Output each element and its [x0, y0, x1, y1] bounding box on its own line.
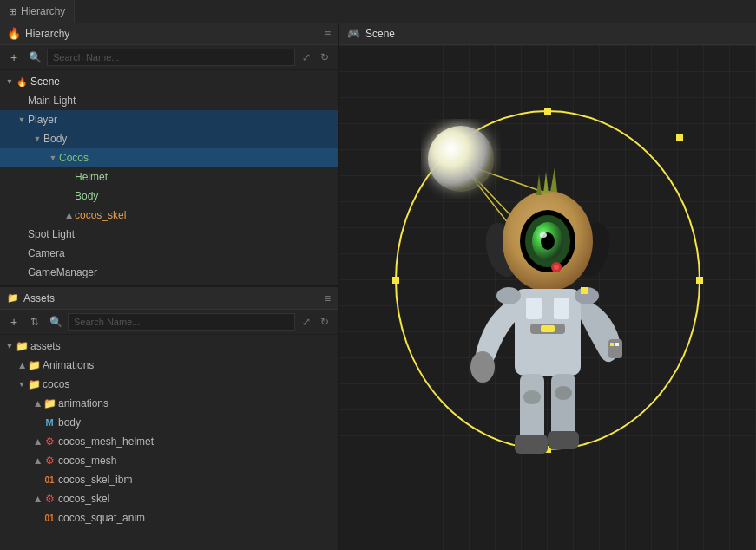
assets-tree: ▼ 📁 assets ▶ 📁 Animations ▼ 📁 cocos [0, 335, 338, 550]
spike2 [550, 167, 557, 192]
assets-search-input[interactable] [68, 313, 295, 331]
cocos-folder-icon: 📁 [28, 378, 40, 390]
cocos-squat-anim-label: cocos_squat_anim [58, 512, 145, 524]
hierarchy-section: 🔥 Hierarchy ≡ + 🔍 ⤢ ↻ ▼ 🔥 [0, 23, 338, 287]
light-orb [428, 126, 494, 192]
assets-search-button[interactable]: 🔍 [47, 313, 64, 331]
scene-label: Scene [30, 75, 60, 88]
hierarchy-title-area: 🔥 Hierarchy [7, 27, 325, 40]
tree-item-player[interactable]: ▼ Player [0, 110, 338, 129]
assets-arrow-animations: ▶ [16, 359, 28, 371]
scene-header: 🎮 Scene [339, 23, 756, 45]
hierarchy-collapse-button[interactable]: ⤢ [299, 49, 314, 65]
assets-collapse-button[interactable]: ⤢ [299, 314, 314, 330]
assets-header: 📁 Assets ≡ [0, 287, 338, 310]
assets-menu-icon[interactable]: ≡ [325, 292, 331, 304]
scene-svg [374, 81, 721, 514]
scene-viewport[interactable] [339, 45, 756, 550]
tree-arrow-cocos: ▼ [47, 152, 59, 164]
hierarchy-menu-icon[interactable]: ≡ [325, 28, 331, 40]
tree-item-helmet[interactable]: ▶ Helmet [0, 167, 338, 187]
tree-arrow-player: ▼ [16, 114, 28, 126]
chest-plate-right [554, 298, 569, 319]
helmet-label: Helmet [75, 171, 108, 183]
skel-ibm-icon: 01 [43, 474, 56, 486]
camera-label: Camera [28, 247, 65, 259]
head-gem-shine [554, 265, 559, 270]
assets-refresh-button[interactable]: ↻ [317, 314, 332, 330]
chest-plate-left [526, 298, 542, 319]
left-shoulder-pad [496, 287, 521, 304]
body-mesh-label: body [58, 416, 81, 429]
tree-item-body2[interactable]: ▶ Body [0, 187, 338, 206]
tree-item-scene[interactable]: ▼ 🔥 Scene [0, 72, 338, 91]
assets-tree-item-helmet-mesh[interactable]: ▶ ⚙ cocos_mesh_helmet [0, 432, 338, 451]
hierarchy-add-button[interactable]: + [5, 49, 23, 66]
body-mesh-icon: M [43, 416, 56, 429]
left-glove [470, 351, 495, 383]
tree-item-cocos-skel[interactable]: ▶ cocos_skel [0, 206, 338, 225]
shoulder-light [581, 287, 588, 294]
handle-top [544, 108, 551, 115]
cocos-skel-ibm-label: cocos_skel_ibm [58, 474, 132, 486]
tree-item-canvas[interactable]: ▶ Canvas [0, 282, 338, 285]
hierarchy-refresh-button[interactable]: ↻ [317, 49, 332, 65]
hierarchy-tab-label: Hierarchy [21, 5, 65, 17]
body2-label: Body [75, 190, 98, 202]
assets-root-folder-icon: 📁 [16, 340, 28, 352]
game-manager-label: GameManager [28, 266, 97, 278]
assets-toolbar-right: ⤢ ↻ [299, 314, 332, 330]
wrist-light1 [610, 343, 614, 346]
left-knee-pad [523, 390, 541, 404]
hierarchy-search-button[interactable]: 🔍 [26, 49, 43, 66]
spike1 [543, 172, 549, 193]
scene-tab-label: Scene [365, 28, 395, 40]
squat-anim-icon: 01 [43, 512, 56, 524]
assets-tree-item-squat-anim[interactable]: ▶ 01 cocos_squat_anim [0, 508, 338, 527]
hierarchy-search-input[interactable] [47, 49, 295, 66]
tree-arrow-body: ▼ [31, 133, 43, 145]
tree-item-spot-light[interactable]: ▶ Spot Light [0, 225, 338, 244]
animations-label: Animations [43, 359, 94, 371]
assets-tree-item-cocos-skel2[interactable]: ▶ ⚙ cocos_skel [0, 489, 338, 508]
tree-item-camera[interactable]: ▶ Camera [0, 244, 338, 263]
assets-arrow-cocos-skel2: ▶ [31, 493, 43, 505]
tree-arrow-cocos-skel: ▶ [62, 209, 75, 221]
hierarchy-tab[interactable]: ⊞ Hierarchy [0, 0, 75, 23]
assets-tree-item-animations2[interactable]: ▶ 📁 animations [0, 394, 338, 413]
tree-item-main-light[interactable]: ▶ Main Light [0, 91, 338, 110]
animations-folder-icon: 📁 [28, 359, 40, 371]
assets-root-label: assets [30, 340, 61, 352]
assets-toolbar: + ⇅ 🔍 ⤢ ↻ [0, 310, 338, 335]
tree-item-body[interactable]: ▼ Body [0, 129, 338, 148]
cocos-skel2-icon: ⚙ [43, 493, 56, 505]
belt-buckle [541, 325, 555, 332]
animations2-folder-icon: 📁 [43, 397, 56, 409]
character-scene [339, 45, 756, 550]
assets-tree-item-root[interactable]: ▼ 📁 assets [0, 337, 338, 356]
assets-tree-item-animations[interactable]: ▶ 📁 Animations [0, 356, 338, 375]
hierarchy-title: Hierarchy [25, 28, 69, 40]
assets-section: 📁 Assets ≡ + ⇅ 🔍 ⤢ ↻ ▼ [0, 287, 338, 550]
eye-highlight [540, 232, 547, 238]
tree-item-game-manager[interactable]: ▶ GameManager [0, 263, 338, 282]
assets-tree-item-cocos[interactable]: ▼ 📁 cocos [0, 375, 338, 394]
right-wrist-device [608, 339, 622, 358]
cocos-skel-label: cocos_skel [75, 209, 126, 221]
left-panel: 🔥 Hierarchy ≡ + 🔍 ⤢ ↻ ▼ 🔥 [0, 23, 339, 550]
assets-tree-item-cocos-mesh[interactable]: ▶ ⚙ cocos_mesh [0, 451, 338, 470]
cocos-skel2-label: cocos_skel [58, 493, 109, 505]
scene-flame-icon: 🔥 [16, 75, 28, 88]
hierarchy-header: 🔥 Hierarchy ≡ [0, 23, 338, 45]
assets-title: Assets [23, 292, 55, 304]
tree-item-cocos[interactable]: ▼ Cocos [0, 148, 338, 167]
assets-tree-item-body[interactable]: ▶ M body [0, 413, 338, 432]
assets-tree-item-skel-ibm[interactable]: ▶ 01 cocos_skel_ibm [0, 470, 338, 489]
cocos-label: Cocos [59, 152, 89, 164]
cocos-mesh-label: cocos_mesh [58, 455, 116, 467]
hierarchy-flame-icon: 🔥 [7, 27, 21, 40]
left-boot [515, 435, 548, 454]
assets-add-button[interactable]: + [5, 313, 23, 331]
assets-filter-button[interactable]: ⇅ [26, 313, 43, 331]
wrist-light2 [615, 343, 619, 346]
